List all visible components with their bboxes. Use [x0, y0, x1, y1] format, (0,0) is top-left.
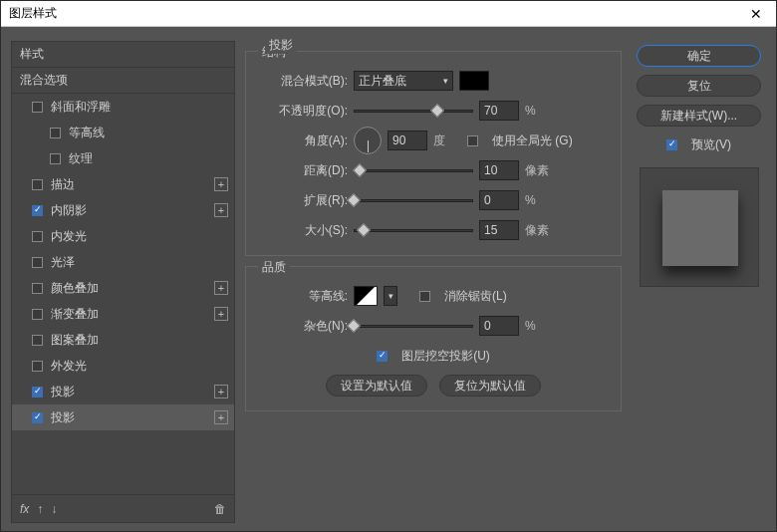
style-checkbox[interactable] [32, 361, 43, 372]
style-checkbox[interactable] [32, 335, 43, 346]
style-item-6[interactable]: 光泽 [12, 249, 234, 275]
quality-group: 品质 等高线: ▾ 消除锯齿(L) 杂色(N): % 图层挖空投影(U) [245, 266, 622, 411]
percent-unit: % [525, 104, 536, 118]
style-item-4[interactable]: 内阴影+ [12, 197, 234, 223]
spread-input[interactable] [479, 190, 519, 210]
angle-dial[interactable] [354, 127, 382, 154]
style-item-8[interactable]: 渐变叠加+ [12, 301, 234, 327]
angle-row: 角度(A): 度 使用全局光 (G) [258, 126, 609, 155]
trash-icon[interactable]: 🗑 [214, 502, 226, 516]
opacity-row: 不透明度(O): % [258, 96, 609, 126]
quality-title: 品质 [258, 259, 290, 276]
global-light-checkbox[interactable] [467, 135, 478, 146]
preview-label: 预览(V) [691, 136, 731, 153]
style-label: 外发光 [51, 358, 228, 375]
opacity-slider[interactable] [354, 103, 473, 119]
distance-label: 距离(D): [258, 162, 348, 179]
distance-row: 距离(D): 像素 [258, 155, 609, 185]
arrow-up-icon[interactable]: ↑ [37, 502, 43, 516]
global-light-label: 使用全局光 (G) [492, 133, 573, 149]
style-checkbox[interactable] [32, 231, 43, 242]
fx-label[interactable]: fx [20, 502, 29, 516]
blend-mode-row: 混合模式(B): 正片叠底 ▾ [258, 66, 609, 96]
add-effect-icon[interactable]: + [214, 307, 228, 321]
style-item-7[interactable]: 颜色叠加+ [12, 275, 234, 301]
opacity-label: 不透明度(O): [258, 103, 348, 120]
set-default-button[interactable]: 设置为默认值 [326, 375, 427, 397]
arrow-down-icon[interactable]: ↓ [51, 502, 57, 516]
blend-mode-label: 混合模式(B): [258, 73, 348, 90]
styles-list: 斜面和浮雕等高线纹理描边+内阴影+内发光光泽颜色叠加+渐变叠加+图案叠加外发光投… [12, 94, 234, 494]
size-label: 大小(S): [258, 222, 348, 239]
noise-row: 杂色(N): % [258, 311, 609, 341]
reset-default-button[interactable]: 复位为默认值 [439, 375, 541, 397]
antialias-checkbox[interactable] [419, 291, 430, 302]
style-item-9[interactable]: 图案叠加 [12, 327, 234, 353]
style-checkbox[interactable] [32, 179, 43, 190]
action-panel: 确定 复位 新建样式(W)... 预览(V) [632, 41, 766, 523]
add-effect-icon[interactable]: + [214, 177, 228, 191]
angle-label: 角度(A): [258, 133, 348, 149]
blend-mode-dropdown[interactable]: 正片叠底 ▾ [354, 71, 453, 91]
style-item-12[interactable]: 投影+ [12, 404, 234, 430]
style-checkbox[interactable] [50, 128, 61, 138]
angle-input[interactable] [388, 131, 427, 150]
style-item-1[interactable]: 等高线 [12, 120, 234, 145]
knockout-row: 图层挖空投影(U) [258, 341, 609, 371]
style-label: 内阴影 [51, 202, 214, 219]
reset-button[interactable]: 复位 [637, 75, 761, 97]
opacity-input[interactable] [479, 101, 519, 121]
contour-dropdown[interactable]: ▾ [384, 286, 397, 306]
distance-input[interactable] [479, 160, 519, 180]
style-checkbox[interactable] [32, 283, 43, 294]
preview-checkbox[interactable] [666, 139, 677, 150]
style-checkbox[interactable] [50, 153, 61, 164]
style-checkbox[interactable] [32, 387, 43, 398]
style-checkbox[interactable] [32, 309, 43, 320]
style-checkbox[interactable] [32, 257, 43, 268]
size-input[interactable] [479, 220, 519, 240]
distance-slider[interactable] [354, 162, 473, 178]
add-effect-icon[interactable]: + [214, 385, 228, 399]
add-effect-icon[interactable]: + [214, 281, 228, 295]
window-title: 图层样式 [9, 5, 744, 22]
new-style-button[interactable]: 新建样式(W)... [637, 105, 761, 127]
contour-row: 等高线: ▾ 消除锯齿(L) [258, 281, 609, 311]
px-unit: 像素 [525, 162, 549, 179]
style-item-3[interactable]: 描边+ [12, 171, 234, 197]
knockout-checkbox[interactable] [377, 351, 388, 362]
contour-swatch[interactable] [354, 286, 378, 306]
size-slider[interactable] [354, 222, 473, 238]
antialias-label: 消除锯齿(L) [444, 288, 507, 305]
style-checkbox[interactable] [32, 205, 43, 216]
blending-options-row[interactable]: 混合选项 [12, 68, 234, 94]
style-label: 颜色叠加 [51, 280, 214, 297]
add-effect-icon[interactable]: + [214, 410, 228, 424]
size-row: 大小(S): 像素 [258, 215, 609, 245]
style-label: 等高线 [69, 125, 228, 141]
style-item-2[interactable]: 纹理 [12, 145, 234, 171]
ok-button[interactable]: 确定 [637, 45, 761, 67]
preview-toggle-row: 预览(V) [666, 136, 731, 153]
style-item-5[interactable]: 内发光 [12, 223, 234, 249]
add-effect-icon[interactable]: + [214, 203, 228, 217]
style-label: 光泽 [51, 254, 228, 271]
style-item-10[interactable]: 外发光 [12, 353, 234, 379]
style-label: 图案叠加 [51, 332, 228, 349]
style-item-0[interactable]: 斜面和浮雕 [12, 94, 234, 120]
noise-input[interactable] [479, 316, 519, 336]
contour-label: 等高线: [258, 288, 348, 305]
styles-header-label: 样式 [20, 46, 228, 63]
shadow-color-swatch[interactable] [459, 71, 489, 91]
noise-slider[interactable] [354, 318, 473, 334]
chevron-down-icon: ▾ [443, 76, 448, 86]
style-label: 描边 [51, 176, 214, 193]
style-checkbox[interactable] [32, 102, 43, 113]
spread-slider[interactable] [354, 192, 473, 208]
style-item-11[interactable]: 投影+ [12, 379, 234, 404]
settings-panel: 投影 结构 混合模式(B): 正片叠底 ▾ 不透明度(O): % [245, 41, 622, 523]
spread-label: 扩展(R): [258, 192, 348, 209]
close-icon[interactable]: ✕ [744, 6, 768, 22]
styles-footer: fx ↑ ↓ 🗑 [12, 494, 234, 522]
style-checkbox[interactable] [32, 412, 43, 423]
